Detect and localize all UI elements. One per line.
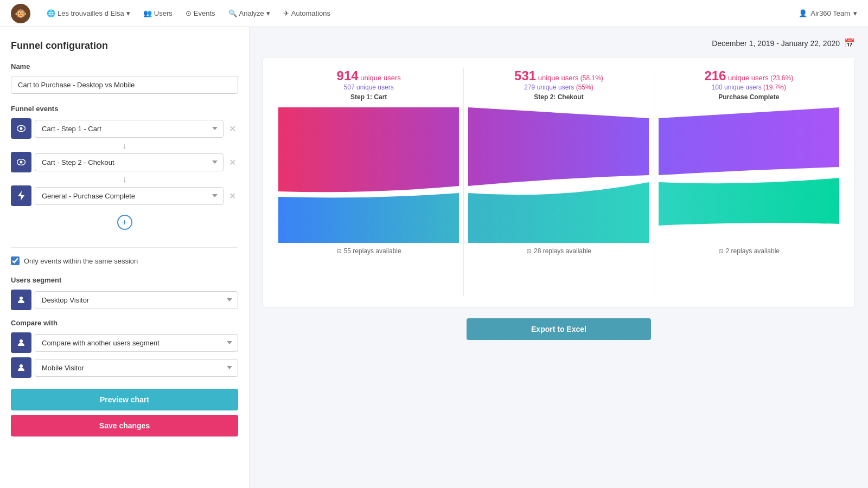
col-1-replays[interactable]: ⊙ 55 replays available [336, 247, 401, 255]
arrow-down-1: ↓ [11, 141, 238, 151]
event-row-1: Cart - Step 1 - Cart ✕ [11, 118, 238, 139]
replay-3-icon: ⊙ [718, 247, 724, 255]
chart-col-1: 914 unique users 507 unique users Step 1… [274, 68, 464, 296]
compare-section: Compare with Compare with another users … [11, 319, 238, 378]
segment-icon [11, 290, 31, 310]
save-changes-button[interactable]: Save changes [11, 415, 238, 436]
users-icon: 👥 [143, 9, 152, 17]
event-1-eye-icon[interactable] [11, 118, 31, 139]
session-checkbox-label: Only events within the same session [24, 257, 138, 265]
users-segment-section: Users segment Desktop Visitor [11, 276, 238, 310]
export-to-excel-button[interactable]: Export to Excel [467, 318, 651, 340]
left-panel: Funnel configuration Name Funnel events … [0, 27, 250, 488]
event-2-select[interactable]: Cart - Step 2 - Chekout [35, 153, 224, 171]
chart-container: 914 unique users 507 unique users Step 1… [263, 57, 855, 307]
col-3-count: 216 [704, 68, 726, 83]
compare-value-row: Mobile Visitor [11, 357, 238, 378]
chart-col-2: 531 unique users (58.1%) 279 unique user… [464, 68, 654, 296]
event-1-select[interactable]: Cart - Step 1 - Cart [35, 120, 224, 138]
nav-automations[interactable]: ✈ Automations [278, 6, 336, 21]
date-range-text: December 1, 2019 - January 22, 2020 [712, 39, 840, 48]
funnel-events-label: Funnel events [11, 105, 238, 113]
svg-point-5 [20, 297, 23, 300]
event-2-remove-button[interactable]: ✕ [227, 155, 238, 170]
divider-1 [11, 247, 238, 248]
col-3-label: unique users [728, 74, 768, 82]
compare-label: Compare with [11, 319, 238, 327]
right-panel: December 1, 2019 - January 22, 2020 📅 91… [250, 27, 868, 488]
nav-users[interactable]: 👥 Users [138, 6, 178, 21]
nav-analyze[interactable]: 🔍 Analyze ▾ [223, 6, 276, 21]
col-2-funnel-svg [468, 107, 649, 243]
funnel-chart: 914 unique users 507 unique users Step 1… [274, 68, 844, 296]
compare-mobile-select[interactable]: Mobile Visitor [35, 359, 238, 377]
segment-label: Users segment [11, 276, 238, 284]
svg-point-6 [20, 339, 23, 343]
col-3-pct: (23.6%) [770, 74, 793, 82]
calendar-icon[interactable]: 📅 [844, 38, 855, 48]
event-3-select[interactable]: General - Purchase Complete [35, 187, 224, 205]
funnel-events-section: Funnel events Cart - Step 1 - Cart ✕ ↓ C… [11, 105, 238, 239]
action-buttons: Preview chart Save changes [11, 389, 238, 436]
main-layout: Funnel configuration Name Funnel events … [0, 27, 868, 488]
nav-site-name[interactable]: 🌐 Les trouvailles d Elsa ▾ [41, 6, 136, 21]
event-3-remove-button[interactable]: ✕ [227, 189, 238, 203]
col-1-main: 914 unique users [337, 68, 401, 84]
event-2-eye-icon[interactable] [11, 152, 31, 172]
add-step-button[interactable]: + [117, 215, 132, 230]
date-bar: December 1, 2019 - January 22, 2020 📅 [263, 38, 855, 48]
analyze-icon: 🔍 [228, 9, 237, 17]
col-1-label: unique users [360, 74, 400, 82]
col-2-stats: 531 unique users (58.1%) 279 unique user… [514, 68, 603, 101]
analyze-chevron-icon: ▾ [266, 9, 270, 17]
name-label: Name [11, 62, 238, 70]
col-2-step: Step 2: Chekout [514, 93, 603, 101]
col-1-count: 914 [337, 68, 359, 83]
compare-value-icon [11, 357, 31, 378]
segment-select[interactable]: Desktop Visitor [35, 291, 238, 309]
user-icon: 👤 [799, 9, 807, 17]
svg-point-7 [20, 364, 23, 368]
session-checkbox[interactable] [11, 256, 20, 265]
replay-1-icon: ⊙ [336, 247, 342, 255]
session-checkbox-row: Only events within the same session [11, 256, 238, 265]
user-menu[interactable]: 👤 Air360 Team ▾ [799, 9, 857, 17]
event-row-3: General - Purchase Complete ✕ [11, 185, 238, 206]
event-1-remove-button[interactable]: ✕ [227, 121, 238, 136]
events-icon: ⊙ [186, 9, 192, 17]
svg-point-3 [20, 161, 23, 164]
col-3-replays[interactable]: ⊙ 2 replays available [718, 247, 780, 255]
col-2-replays[interactable]: ⊙ 28 replays available [526, 247, 591, 255]
col-1-step: Step 1: Cart [337, 93, 401, 101]
globe-icon: 🌐 [47, 9, 55, 17]
col-1-stats: 914 unique users 507 unique users Step 1… [337, 68, 401, 101]
svg-point-1 [20, 127, 23, 130]
compare-placeholder-row: Compare with another users segment [11, 332, 238, 353]
monkey-logo-icon: 🐵 [11, 4, 30, 23]
compare-segment-select[interactable]: Compare with another users segment [35, 334, 238, 352]
user-chevron-icon: ▾ [853, 9, 857, 17]
col-2-label: unique users [538, 74, 578, 82]
chevron-down-icon: ▾ [126, 9, 130, 17]
event-row-2: Cart - Step 2 - Chekout ✕ [11, 152, 238, 172]
col-2-pct: (58.1%) [580, 74, 603, 82]
svg-marker-4 [18, 191, 24, 201]
nav-events[interactable]: ⊙ Events [180, 6, 221, 21]
brand: 🐵 [11, 4, 30, 23]
col-3-step: Purchase Complete [704, 93, 793, 101]
replay-2-icon: ⊙ [526, 247, 532, 255]
col-1-funnel-svg [278, 107, 459, 243]
event-3-bolt-icon[interactable] [11, 185, 31, 206]
col-1-secondary: 507 unique users [337, 84, 401, 91]
col-3-main: 216 unique users (23.6%) [704, 68, 793, 84]
automations-icon: ✈ [283, 9, 289, 17]
funnel-name-input[interactable] [11, 76, 238, 94]
panel-title: Funnel configuration [11, 40, 238, 52]
nav-items: 🌐 Les trouvailles d Elsa ▾ 👥 Users ⊙ Eve… [41, 6, 788, 21]
col-2-secondary: 279 unique users (55%) [514, 84, 603, 91]
col-3-stats: 216 unique users (23.6%) 100 unique user… [704, 68, 793, 101]
chart-col-3: 216 unique users (23.6%) 100 unique user… [654, 68, 844, 296]
navbar: 🐵 🌐 Les trouvailles d Elsa ▾ 👥 Users ⊙ E… [0, 0, 868, 27]
preview-chart-button[interactable]: Preview chart [11, 389, 238, 410]
col-3-funnel-svg [659, 107, 839, 243]
